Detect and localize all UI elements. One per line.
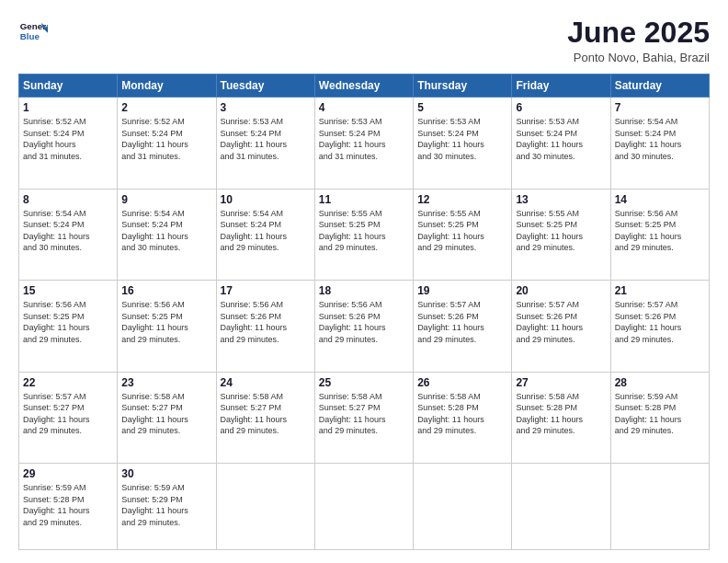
- col-tuesday: Tuesday: [216, 75, 314, 98]
- table-row: 29 Sunrise: 5:59 AMSunset: 5:28 PMDaylig…: [19, 464, 710, 550]
- day-cell-17: 17 Sunrise: 5:56 AMSunset: 5:26 PMDaylig…: [216, 281, 314, 373]
- day-cell-25: 25 Sunrise: 5:58 AMSunset: 5:27 PMDaylig…: [314, 372, 413, 464]
- col-friday: Friday: [512, 75, 610, 98]
- day-cell-16: 16 Sunrise: 5:56 AMSunset: 5:25 PMDaylig…: [118, 281, 216, 373]
- svg-text:Blue: Blue: [20, 31, 40, 41]
- logo-icon: General Blue: [18, 17, 48, 46]
- table-row: 1 Sunrise: 5:52 AMSunset: 5:24 PMDayligh…: [19, 98, 710, 190]
- day-cell-27: 27 Sunrise: 5:58 AMSunset: 5:28 PMDaylig…: [512, 372, 610, 464]
- day-cell-2: 2 Sunrise: 5:52 AMSunset: 5:24 PMDayligh…: [118, 98, 216, 190]
- empty-cell: [314, 464, 413, 550]
- col-sunday: Sunday: [19, 75, 118, 98]
- day-cell-30: 30 Sunrise: 5:59 AMSunset: 5:29 PMDaylig…: [118, 464, 216, 550]
- day-cell-14: 14 Sunrise: 5:56 AMSunset: 5:25 PMDaylig…: [610, 189, 709, 281]
- day-cell-8: 8 Sunrise: 5:54 AMSunset: 5:24 PMDayligh…: [19, 189, 118, 281]
- logo: General Blue: [18, 17, 48, 46]
- day-cell-3: 3 Sunrise: 5:53 AMSunset: 5:24 PMDayligh…: [216, 98, 314, 190]
- day-cell-1: 1 Sunrise: 5:52 AMSunset: 5:24 PMDayligh…: [19, 98, 118, 190]
- day-cell-13: 13 Sunrise: 5:55 AMSunset: 5:25 PMDaylig…: [512, 189, 610, 281]
- day-cell-5: 5 Sunrise: 5:53 AMSunset: 5:24 PMDayligh…: [414, 98, 512, 190]
- col-wednesday: Wednesday: [314, 75, 413, 98]
- day-cell-9: 9 Sunrise: 5:54 AMSunset: 5:24 PMDayligh…: [118, 189, 216, 281]
- empty-cell: [216, 464, 314, 550]
- empty-cell: [610, 464, 709, 550]
- table-row: 22 Sunrise: 5:57 AMSunset: 5:27 PMDaylig…: [19, 372, 710, 464]
- day-cell-7: 7 Sunrise: 5:54 AMSunset: 5:24 PMDayligh…: [610, 98, 709, 190]
- day-cell-15: 15 Sunrise: 5:56 AMSunset: 5:25 PMDaylig…: [19, 281, 118, 373]
- location: Ponto Novo, Bahia, Brazil: [567, 51, 710, 64]
- col-saturday: Saturday: [610, 75, 709, 98]
- day-cell-10: 10 Sunrise: 5:54 AMSunset: 5:24 PMDaylig…: [216, 189, 314, 281]
- day-cell-12: 12 Sunrise: 5:55 AMSunset: 5:25 PMDaylig…: [414, 189, 512, 281]
- calendar-table: Sunday Monday Tuesday Wednesday Thursday…: [18, 74, 710, 550]
- day-cell-21: 21 Sunrise: 5:57 AMSunset: 5:26 PMDaylig…: [610, 281, 709, 373]
- day-cell-4: 4 Sunrise: 5:53 AMSunset: 5:24 PMDayligh…: [314, 98, 413, 190]
- day-cell-6: 6 Sunrise: 5:53 AMSunset: 5:24 PMDayligh…: [512, 98, 610, 190]
- header: General Blue June 2025 Ponto Novo, Bahia…: [18, 17, 710, 64]
- col-thursday: Thursday: [414, 75, 512, 98]
- day-cell-20: 20 Sunrise: 5:57 AMSunset: 5:26 PMDaylig…: [512, 281, 610, 373]
- day-cell-11: 11 Sunrise: 5:55 AMSunset: 5:25 PMDaylig…: [314, 189, 413, 281]
- month-title: June 2025: [567, 17, 710, 49]
- day-cell-29: 29 Sunrise: 5:59 AMSunset: 5:28 PMDaylig…: [19, 464, 118, 550]
- col-monday: Monday: [118, 75, 216, 98]
- page: General Blue June 2025 Ponto Novo, Bahia…: [0, 0, 728, 563]
- empty-cell: [512, 464, 610, 550]
- day-cell-24: 24 Sunrise: 5:58 AMSunset: 5:27 PMDaylig…: [216, 372, 314, 464]
- table-row: 8 Sunrise: 5:54 AMSunset: 5:24 PMDayligh…: [19, 189, 710, 281]
- title-block: June 2025 Ponto Novo, Bahia, Brazil: [567, 17, 710, 64]
- day-cell-19: 19 Sunrise: 5:57 AMSunset: 5:26 PMDaylig…: [414, 281, 512, 373]
- empty-cell: [414, 464, 512, 550]
- day-cell-23: 23 Sunrise: 5:58 AMSunset: 5:27 PMDaylig…: [118, 372, 216, 464]
- weekday-header-row: Sunday Monday Tuesday Wednesday Thursday…: [19, 75, 710, 98]
- day-cell-26: 26 Sunrise: 5:58 AMSunset: 5:28 PMDaylig…: [414, 372, 512, 464]
- day-cell-22: 22 Sunrise: 5:57 AMSunset: 5:27 PMDaylig…: [19, 372, 118, 464]
- day-cell-18: 18 Sunrise: 5:56 AMSunset: 5:26 PMDaylig…: [314, 281, 413, 373]
- day-cell-28: 28 Sunrise: 5:59 AMSunset: 5:28 PMDaylig…: [610, 372, 709, 464]
- table-row: 15 Sunrise: 5:56 AMSunset: 5:25 PMDaylig…: [19, 281, 710, 373]
